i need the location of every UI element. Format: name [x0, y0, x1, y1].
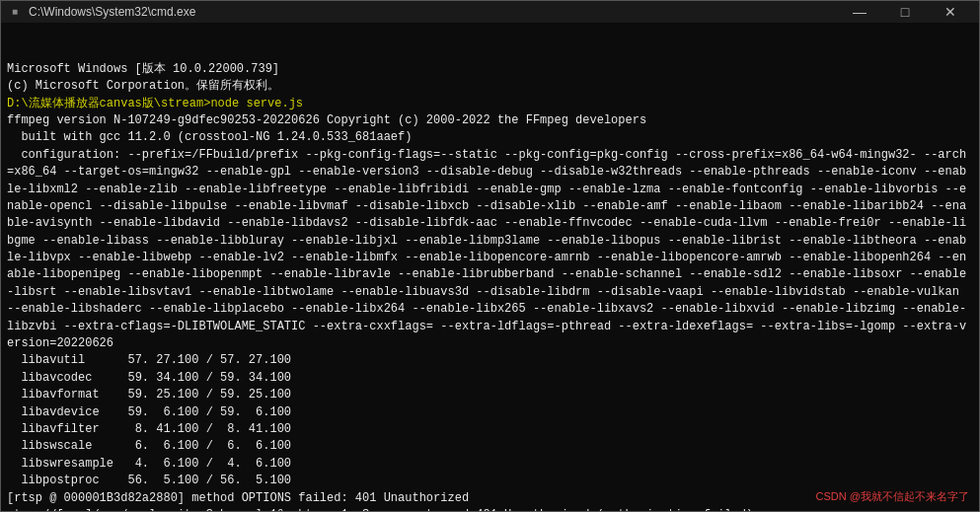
minimize-button[interactable]: — [837, 1, 882, 23]
console-line: libavdevice 59. 6.100 / 59. 6.100 [7, 404, 973, 421]
window-icon: ■ [7, 4, 23, 20]
console-line: libavcodec 59. 34.100 / 59. 34.100 [7, 370, 973, 387]
console-line: libpostproc 56. 5.100 / 56. 5.100 [7, 473, 973, 489]
console-line: Microsoft Windows [版本 10.0.22000.739] [7, 61, 973, 78]
title-bar-text: C:\Windows\System32\cmd.exe [29, 5, 837, 19]
console-line: built with gcc 11.2.0 (crosstool-NG 1.24… [7, 129, 973, 146]
console-line: ffmpeg version N-107249-g9dfec90253-2022… [7, 112, 973, 129]
watermark: CSDN @我就不信起不来名字了 [816, 489, 969, 505]
window-controls: — □ ✕ [837, 1, 973, 23]
cmd-window: ■ C:\Windows\System32\cmd.exe — □ ✕ Micr… [0, 0, 980, 512]
console-line: libswresample 4. 6.100 / 4. 6.100 [7, 456, 973, 473]
title-bar: ■ C:\Windows\System32\cmd.exe — □ ✕ [1, 1, 979, 23]
close-button[interactable]: ✕ [928, 1, 973, 23]
console-line: libswscale 6. 6.100 / 6. 6.100 [7, 438, 973, 455]
console-line: rtsp://[...]/cam/realmonitor?channel=1&s… [7, 507, 973, 511]
console-line: (c) Microsoft Corporation。保留所有权利。 [7, 78, 973, 95]
console-line: libavutil 57. 27.100 / 57. 27.100 [7, 352, 973, 369]
console-line: libavformat 59. 25.100 / 59. 25.100 [7, 387, 973, 403]
console-line: libavfilter 8. 41.100 / 8. 41.100 [7, 421, 973, 438]
console-output: Microsoft Windows [版本 10.0.22000.739](c)… [1, 23, 979, 511]
maximize-button[interactable]: □ [882, 1, 928, 23]
console-line: configuration: --prefix=/FFbuild/prefix … [7, 147, 973, 353]
console-line: D:\流媒体播放器canvas版\stream>node serve.js [7, 96, 973, 112]
